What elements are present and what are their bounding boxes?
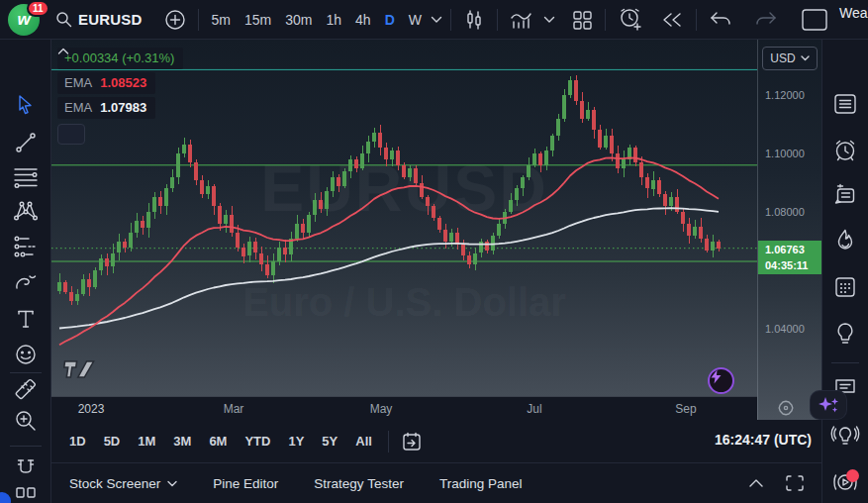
fib-retracement-icon [13, 165, 39, 189]
trend-line-tool-button[interactable] [14, 131, 38, 154]
timeframe-5m[interactable]: 5m [205, 5, 238, 35]
trading-app: w 11 EURUSD 5m15m30m1h4hDW [0, 0, 868, 503]
live-ideas-button[interactable] [830, 423, 860, 449]
bottom-item-stock-screener[interactable]: Stock Screener [69, 476, 177, 491]
indicator-legend-row[interactable]: EMA1.08523 [57, 72, 155, 94]
emoji-tool-button[interactable] [14, 343, 38, 366]
cursor-tool-button[interactable] [15, 93, 37, 117]
bottom-item-pine-editor[interactable]: Pine Editor [213, 476, 278, 491]
xabcd-pattern-tool-button[interactable] [13, 199, 39, 223]
range-1D[interactable]: 1D [61, 429, 94, 453]
timeframe-W[interactable]: W [402, 5, 429, 35]
lightbulb-waves-icon [830, 423, 860, 449]
bar-replay-button[interactable] [654, 4, 690, 36]
range-5Y[interactable]: 5Y [314, 429, 345, 453]
range-1M[interactable]: 1M [130, 429, 163, 453]
chevron-down-icon [167, 480, 177, 487]
text-icon [15, 308, 37, 330]
axis-settings-button[interactable] [777, 399, 795, 421]
layout-name-block[interactable]: Wealthy Educ Save [839, 6, 868, 34]
clock-utc[interactable]: 16:24:47 (UTC) [715, 432, 812, 448]
bottom-item-strategy-tester[interactable]: Strategy Tester [314, 476, 404, 491]
watchlist-button[interactable] [832, 92, 858, 116]
range-YTD[interactable]: YTD [237, 429, 278, 453]
sidebar-divider [831, 362, 859, 363]
go-to-date-button[interactable] [397, 426, 427, 457]
calendar-dots-icon [832, 274, 858, 300]
hotlists-button[interactable] [833, 228, 857, 253]
live-indicator-dot [846, 469, 859, 482]
undo-button[interactable] [703, 4, 738, 36]
fib-retracement-tool-button[interactable] [13, 165, 39, 189]
timeframe-30m[interactable]: 30m [278, 5, 319, 35]
drawing-toolbar [0, 40, 51, 503]
app-logo[interactable]: w 11 [0, 0, 48, 40]
grid-layout-icon [571, 9, 593, 31]
timeframe-1h[interactable]: 1h [319, 5, 348, 35]
indicator-label: EMA [64, 75, 92, 90]
drawings-panel-button[interactable] [14, 486, 38, 500]
symbol-search-button[interactable]: EURUSD [48, 4, 150, 36]
price-axis[interactable]: USD 1.120001.100001.080001.060001.04000 … [757, 40, 821, 420]
zoom-in-tool-button[interactable] [14, 409, 38, 433]
bottom-item-trading-panel[interactable]: Trading Panel [439, 476, 523, 491]
time-tick: Jul [527, 402, 541, 416]
timeframe-D[interactable]: D [378, 5, 402, 35]
search-icon [55, 11, 72, 28]
range-3M[interactable]: 3M [165, 429, 199, 453]
fullscreen-icon [786, 475, 804, 491]
magnet-tool-button[interactable] [14, 456, 38, 480]
create-alert-button[interactable] [612, 4, 648, 36]
timeframe-menu-button[interactable] [429, 4, 444, 36]
toolbar-divider [10, 372, 42, 373]
brush-tool-button[interactable] [14, 271, 38, 293]
go-to-date-icon [401, 431, 423, 453]
timeframe-list: 5m15m30m1h4hDW [205, 5, 429, 35]
chart-style-button[interactable] [457, 4, 491, 36]
timeframe-15m[interactable]: 15m [238, 5, 278, 35]
layout-grid-button[interactable] [565, 4, 599, 36]
layout-square-icon [800, 8, 829, 32]
range-1Y[interactable]: 1Y [280, 429, 312, 453]
indicators-button[interactable] [504, 4, 541, 36]
boost-button[interactable] [708, 367, 734, 394]
currency-toggle-button[interactable]: USD [762, 47, 818, 70]
ideas-button[interactable] [833, 321, 857, 347]
alarm-clock-icon [832, 138, 858, 163]
indicator-legend-row[interactable]: EMA1.07983 [57, 97, 155, 119]
toolbar-separator [696, 9, 697, 31]
notes-button[interactable] [832, 182, 858, 208]
indicator-label: EMA [64, 100, 92, 115]
chevron-up-icon [748, 478, 764, 488]
calendar-button[interactable] [832, 274, 858, 300]
redo-button[interactable] [748, 4, 784, 36]
expand-panel-button[interactable] [748, 467, 764, 499]
notification-count-badge: 11 [27, 0, 49, 17]
lightbulb-icon [833, 321, 857, 347]
range-All[interactable]: All [347, 429, 380, 453]
timeframe-4h[interactable]: 4h [348, 5, 378, 35]
forecast-tool-button[interactable] [13, 235, 39, 258]
trend-line-icon [14, 131, 38, 154]
toolbar-separator [450, 9, 451, 31]
range-6M[interactable]: 6M [201, 429, 235, 453]
chart-legend: +0.00334 (+0.31%) EMA1.08523EMA1.07983 [57, 48, 183, 145]
chart-pane[interactable]: EURUSD Euro / U.S. Dollar +0.00334 (+0.3… [51, 40, 757, 396]
alerts-button[interactable] [832, 138, 858, 163]
bottom-item-label: Strategy Tester [314, 476, 404, 491]
symbol-name: EURUSD [78, 11, 143, 28]
text-tool-button[interactable] [15, 308, 37, 330]
fullscreen-button[interactable] [786, 467, 804, 499]
measure-tool-button[interactable] [14, 377, 38, 401]
bottom-item-label: Stock Screener [69, 476, 160, 491]
ai-sparkles-button[interactable] [811, 391, 846, 419]
legend-collapse-button[interactable] [57, 124, 85, 145]
bottom-panel-bar: Stock ScreenerPine EditorStrategy Tester… [51, 463, 821, 503]
bottom-panel-items: Stock ScreenerPine EditorStrategy Tester… [69, 476, 522, 491]
range-5D[interactable]: 5D [96, 429, 129, 453]
compare-add-symbol-button[interactable] [158, 4, 192, 36]
indicators-icon [510, 8, 535, 32]
indicator-templates-button[interactable] [541, 4, 557, 36]
save-layout-button[interactable] [794, 4, 835, 36]
time-axis[interactable]: 2023MarMayJulSep [51, 396, 757, 420]
